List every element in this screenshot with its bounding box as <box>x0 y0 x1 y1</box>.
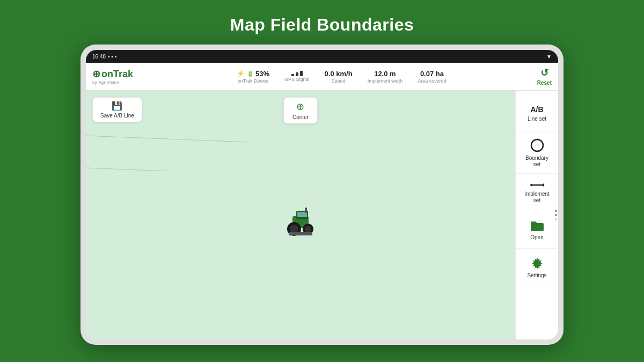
boundary-icon <box>530 138 545 153</box>
right-sidebar: A/B Line set Boundary set <box>515 91 558 339</box>
scroll-dots <box>555 210 557 220</box>
folder-icon <box>530 219 545 232</box>
status-bar: 16:48 ▪ ▪ ▪ ▼ <box>86 50 558 63</box>
status-time: 16:48 <box>92 54 106 60</box>
gps-dot-3 <box>300 71 303 76</box>
sidebar-item-open[interactable]: Open <box>516 211 558 249</box>
reset-button[interactable]: ↺ Reset <box>537 67 552 86</box>
header-stats: ⚡ 🔋 53% onTrak Device G <box>146 70 537 84</box>
speed-value: 0.0 km/h <box>325 70 353 78</box>
status-bar-left: 16:48 ▪ ▪ ▪ <box>92 54 116 60</box>
sidebar-boundary-label: Boundary set <box>525 155 548 168</box>
sidebar-implement-label: Implement set <box>524 191 550 204</box>
gps-stat: GPS Signal <box>284 71 310 82</box>
speed-label: Speed <box>332 78 346 84</box>
scroll-dot-2 <box>555 214 557 216</box>
status-bar-right: ▼ <box>546 54 552 60</box>
center-button[interactable]: ⊕ Center <box>283 97 318 124</box>
save-ab-icon: 💾 <box>112 101 122 111</box>
gps-dot-2 <box>296 72 298 76</box>
tablet-frame: 16:48 ▪ ▪ ▪ ▼ ⊕ onTrak by AgriVision <box>80 45 564 345</box>
gear-icon <box>530 256 544 270</box>
implement-icon <box>530 181 545 189</box>
implement-value: 12.0 m <box>374 70 396 78</box>
svg-line-1 <box>86 166 247 171</box>
gps-dot-1 <box>291 74 294 76</box>
svg-point-12 <box>305 226 311 232</box>
header-bar: ⊕ onTrak by AgriVision ⚡ 🔋 53% onTrak De… <box>86 63 558 91</box>
svg-point-17 <box>531 139 543 151</box>
implement-label: Implement width <box>368 78 403 84</box>
svg-point-14 <box>290 225 298 233</box>
bluetooth-icon: ⚡ <box>237 70 245 77</box>
map-area: 💾 Save A/B Line ⊕ Center <box>86 91 515 339</box>
sidebar-ab-label: Line set <box>528 116 546 122</box>
svg-marker-20 <box>541 183 544 187</box>
sidebar-item-ab[interactable]: A/B Line set <box>516 95 558 132</box>
main-area: 💾 Save A/B Line ⊕ Center A/B Line set <box>86 91 558 339</box>
battery-status: ▪ ▪ ▪ <box>108 54 116 60</box>
sidebar-item-boundary[interactable]: Boundary set <box>516 132 558 174</box>
gps-label: GPS Signal <box>284 77 310 82</box>
logo-main: ⊕ onTrak <box>92 68 133 80</box>
tablet-inner: 16:48 ▪ ▪ ▪ ▼ ⊕ onTrak by AgriVision <box>86 50 558 339</box>
scroll-dot-3 <box>555 218 557 220</box>
svg-rect-16 <box>305 208 307 213</box>
gps-value <box>291 71 303 76</box>
bluetooth-value: ⚡ 🔋 53% <box>237 70 269 78</box>
area-label: Area covered <box>418 78 447 84</box>
ab-icon: A/B <box>530 105 543 114</box>
implement-stat: 12.0 m Implement width <box>368 70 403 84</box>
reset-icon: ↺ <box>540 67 548 79</box>
svg-rect-15 <box>289 232 312 235</box>
save-ab-button[interactable]: 💾 Save A/B Line <box>92 97 142 122</box>
gps-dots <box>291 71 303 76</box>
logo-by: by AgriVision <box>92 80 119 85</box>
svg-line-0 <box>86 134 247 155</box>
scroll-dot-1 <box>555 210 557 212</box>
center-icon: ⊕ <box>296 101 304 113</box>
sidebar-settings-label: Settings <box>527 272 546 279</box>
logo-icon: ⊕ <box>92 68 100 80</box>
svg-marker-19 <box>531 183 533 187</box>
sidebar-open-label: Open <box>530 234 543 241</box>
battery-icon: 🔋 <box>247 71 253 77</box>
bluetooth-stat: ⚡ 🔋 53% onTrak Device <box>237 70 269 84</box>
logo-area: ⊕ onTrak by AgriVision <box>92 68 146 85</box>
wifi-icon: ▼ <box>546 54 552 60</box>
area-value: 0.07 ha <box>420 70 444 78</box>
sidebar-item-settings[interactable]: Settings <box>516 249 558 286</box>
area-stat: 0.07 ha Area covered <box>418 70 447 84</box>
tractor-icon <box>284 205 317 243</box>
sidebar-item-implement[interactable]: Implement set <box>516 174 558 211</box>
speed-stat: 0.0 km/h Speed <box>325 70 353 84</box>
page-title: Map Field Boundaries <box>230 15 414 35</box>
bluetooth-label: onTrak Device <box>238 78 269 84</box>
